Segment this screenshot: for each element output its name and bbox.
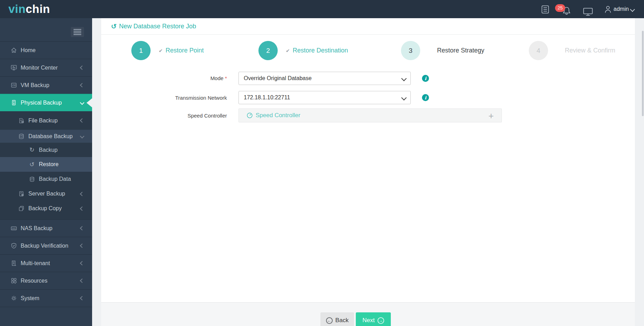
step-restore-point: 1 ✔ Restore Point [131, 41, 204, 60]
physical-backup-submenu: File Backup Database Backup ↻ [0, 111, 92, 219]
speed-controller-bar[interactable]: Speed Controller + [238, 108, 502, 122]
add-speed-controller-button[interactable]: + [489, 109, 494, 122]
mode-info-icon[interactable]: i [422, 75, 429, 82]
sidebar-item-label: NAS Backup [21, 225, 53, 232]
step-restore-destination: 2 ✔ Restore Destination [258, 41, 348, 60]
server-backup-icon [18, 191, 25, 197]
sidebar-item-database-backup[interactable]: Database Backup [0, 130, 92, 143]
main-panel: ↺ New Database Restore Job 1 ✔ Restore P… [101, 18, 635, 326]
step-label: Restore Strategy [437, 47, 484, 54]
check-icon: ✔ [286, 48, 290, 54]
speedometer-icon [247, 112, 253, 119]
page-title-text: New Database Restore Job [119, 23, 196, 30]
back-button-label: Back [335, 317, 349, 324]
mode-label-text: Mode [210, 75, 224, 81]
restore-circular-arrow-icon: ↺ [28, 162, 36, 168]
sidebar-item-resources[interactable]: Resources [0, 272, 92, 289]
chevron-left-icon [80, 296, 84, 300]
vertical-scrollbar[interactable] [642, 31, 644, 116]
sidebar-item-label: Server Backup [28, 191, 65, 197]
step-number-circle: 2 [258, 41, 278, 60]
sidebar-item-system[interactable]: System [0, 289, 92, 307]
chevron-left-icon [80, 243, 84, 248]
sidebar-item-monitor-center[interactable]: Monitor Center [0, 59, 92, 76]
mode-select[interactable]: Override Original Database [238, 72, 411, 85]
sidebar-item-backup[interactable]: ↻ Backup [0, 143, 92, 157]
arrow-right-circle-icon: → [378, 317, 384, 324]
next-button-label: Next [362, 317, 375, 324]
file-backup-icon [18, 118, 25, 124]
sidebar-item-restore[interactable]: ↺ Restore [0, 157, 92, 172]
app-window: vinchin 25 admin [0, 0, 644, 326]
transmission-network-label: Transmission Network [139, 95, 227, 101]
sidebar-item-nas-backup[interactable]: NAS NAS Backup [0, 219, 92, 237]
sidebar-item-backup-verification[interactable]: Backup Verification [0, 237, 92, 254]
step-restore-strategy: 3 Restore Strategy [401, 41, 484, 60]
console-monitor-icon[interactable] [583, 8, 593, 16]
backup-circular-arrow-icon: ↻ [28, 147, 36, 153]
chevron-left-icon [80, 261, 84, 265]
sidebar-item-label: Backup Data [39, 176, 71, 182]
sidebar-item-label: Multi-tenant [21, 260, 50, 267]
sidebar-item-backup-copy[interactable]: Backup Copy [0, 201, 92, 216]
sidebar-item-backup-data[interactable]: Backup Data [0, 172, 92, 186]
step-number-circle: 4 [529, 41, 548, 60]
chevron-left-icon [80, 118, 84, 123]
monitor-center-icon [10, 64, 18, 71]
sidebar-item-label: Backup Verification [21, 243, 68, 249]
sidebar-item-multi-tenant[interactable]: Multi-tenant [0, 254, 92, 272]
step-number: 2 [266, 47, 270, 55]
sidebar-item-physical-backup[interactable]: Physical Backup [0, 94, 92, 111]
next-button[interactable]: Next → [356, 312, 391, 326]
step-label: Restore Destination [293, 47, 348, 54]
sidebar-item-label: Home [21, 47, 36, 54]
sidebar-item-vm-backup[interactable]: VM VM Backup [0, 76, 92, 94]
vm-backup-icon: VM [10, 82, 18, 88]
sidebar-item-label: Physical Backup [21, 100, 62, 106]
content-gutter-left [92, 18, 101, 326]
physical-backup-icon [10, 99, 18, 106]
notification-count-badge[interactable]: 25 [555, 4, 565, 12]
sidebar-item-server-backup[interactable]: Server Backup [0, 186, 92, 201]
sidebar-collapse-button[interactable] [71, 27, 84, 37]
required-marker: * [225, 75, 227, 81]
sidebar-item-label: Database Backup [28, 133, 72, 140]
sidebar-item-label: Backup Copy [28, 205, 62, 212]
back-button[interactable]: ← Back [320, 312, 354, 326]
chevron-down-icon [401, 95, 407, 101]
restore-job-icon: ↺ [111, 22, 117, 30]
step-number: 4 [536, 47, 540, 55]
chevron-left-icon [80, 65, 84, 70]
svg-text:VM: VM [12, 84, 16, 86]
sidebar-item-label: Restore [39, 161, 58, 168]
database-icon [28, 176, 36, 182]
backup-copy-icon [18, 205, 25, 212]
sidebar-item-label: Backup [39, 147, 57, 153]
shield-check-icon [10, 242, 18, 249]
sidebar: Home Monitor Center VM [0, 18, 92, 326]
sidebar-item-home[interactable]: Home [0, 41, 92, 59]
chevron-left-icon [80, 192, 84, 196]
transmission-network-info-icon[interactable]: i [422, 94, 429, 101]
sidebar-item-file-backup[interactable]: File Backup [0, 111, 92, 130]
username-label[interactable]: admin [614, 0, 629, 18]
chevron-down-icon[interactable] [630, 7, 635, 12]
user-avatar-icon[interactable] [604, 5, 612, 14]
vinchin-logo: vinchin [8, 0, 50, 18]
arrow-left-circle-icon: ← [326, 317, 333, 324]
step-review-confirm: 4 Review & Confirm [529, 41, 615, 60]
chevron-left-icon [80, 206, 84, 211]
step-number-circle: 3 [401, 41, 420, 60]
sidebar-item-label: Monitor Center [21, 65, 58, 71]
report-list-icon[interactable] [541, 5, 549, 14]
page-title: ↺ New Database Restore Job [111, 18, 196, 35]
sidebar-nav: Home Monitor Center VM [0, 41, 92, 307]
wizard-footer: ← Back Next → [101, 302, 635, 326]
transmission-network-select[interactable]: 172.18.1.10:22711 [238, 91, 411, 104]
step-number: 3 [409, 47, 413, 55]
sidebar-item-label: Resources [21, 278, 47, 284]
database-icon [18, 133, 25, 140]
active-item-notch [86, 98, 92, 107]
speed-controller-placeholder: Speed Controller [256, 112, 300, 119]
chevron-down-icon [80, 134, 84, 139]
